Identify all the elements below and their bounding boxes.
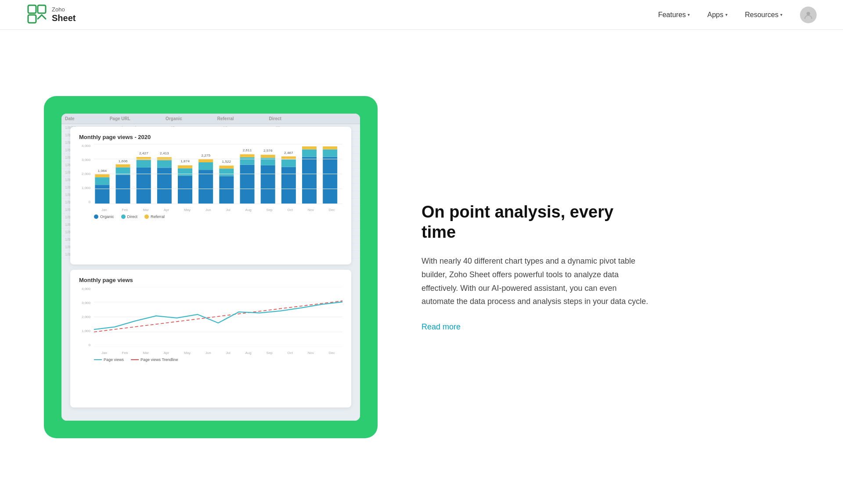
col-direct: Direct bbox=[269, 116, 281, 121]
logo-zoho: Zoho bbox=[52, 7, 76, 13]
svg-rect-14 bbox=[157, 160, 172, 168]
svg-rect-9 bbox=[116, 164, 130, 167]
apps-menu[interactable]: Apps ▾ bbox=[707, 11, 727, 19]
col-page-url: Page URL bbox=[110, 116, 130, 121]
y-label-2000: 2,000 bbox=[82, 172, 90, 176]
svg-text:1,522: 1,522 bbox=[222, 160, 231, 164]
user-avatar[interactable] bbox=[800, 7, 817, 23]
svg-text:2,467: 2,467 bbox=[284, 150, 293, 154]
logo-text: Zoho Sheet bbox=[52, 7, 76, 22]
features-chevron-icon: ▾ bbox=[688, 12, 690, 17]
main-content: Date Page URL Organic Referral Direct 1/… bbox=[0, 30, 843, 504]
read-more-link[interactable]: Read more bbox=[422, 322, 461, 331]
bar-chart-x-labels: Jan Feb Mar Apr May Jun Jul Aug Sep Oct … bbox=[94, 208, 342, 212]
svg-rect-34 bbox=[302, 157, 317, 204]
line-chart-y-labels: 4,000 3,000 2,000 1,000 0 bbox=[79, 287, 92, 347]
svg-rect-30 bbox=[261, 154, 275, 157]
svg-rect-11 bbox=[137, 160, 151, 167]
navbar: Zoho Sheet Features ▾ Apps ▾ Resources ▾ bbox=[0, 0, 843, 30]
line-chart-x-labels: Jan Feb Mar Apr May Jun Jul Aug Sep Oct … bbox=[94, 351, 342, 355]
svg-text:2,427: 2,427 bbox=[139, 151, 148, 155]
line-chart-legend: Page views Page views Trendline bbox=[94, 357, 342, 362]
svg-rect-6 bbox=[95, 174, 109, 177]
svg-rect-39 bbox=[323, 146, 337, 149]
zoho-sheet-logo-icon bbox=[26, 4, 47, 26]
svg-rect-23 bbox=[219, 168, 234, 176]
svg-rect-32 bbox=[281, 159, 296, 167]
right-panel: On point analysis, every time With nearl… bbox=[422, 202, 650, 332]
col-referral: Referral bbox=[217, 116, 234, 121]
svg-rect-1 bbox=[38, 5, 46, 13]
svg-rect-4 bbox=[95, 185, 109, 204]
section-description: With nearly 40 different chart types and… bbox=[422, 254, 650, 308]
features-menu[interactable]: Features ▾ bbox=[658, 11, 690, 19]
svg-rect-24 bbox=[219, 165, 234, 168]
svg-text:2,275: 2,275 bbox=[201, 153, 210, 157]
svg-text:2,611: 2,611 bbox=[243, 148, 252, 152]
legend-organic: Organic bbox=[94, 214, 114, 219]
line-chart-card: Monthly page views 4,000 3,000 2,000 1,0… bbox=[70, 270, 351, 407]
svg-text:1,064: 1,064 bbox=[98, 169, 107, 173]
svg-rect-36 bbox=[302, 146, 317, 149]
svg-rect-2 bbox=[28, 15, 36, 23]
svg-rect-13 bbox=[157, 168, 172, 204]
legend-page-views: Page views bbox=[94, 357, 124, 362]
svg-rect-0 bbox=[28, 5, 36, 13]
nav-links: Features ▾ Apps ▾ Resources ▾ bbox=[658, 7, 817, 23]
svg-rect-10 bbox=[137, 167, 151, 204]
svg-text:2,576: 2,576 bbox=[263, 149, 273, 153]
bar-chart-plot: 1,064 1,606 2,427 2,413 1,874 2,275 1,52… bbox=[94, 144, 342, 204]
svg-rect-5 bbox=[95, 177, 109, 185]
svg-rect-26 bbox=[240, 157, 255, 164]
svg-rect-28 bbox=[261, 165, 275, 204]
legend-trendline: Page views Trendline bbox=[131, 357, 178, 362]
svg-text:1,874: 1,874 bbox=[180, 159, 190, 163]
bar-chart-title: Monthly page views - 2020 bbox=[79, 134, 342, 140]
apps-chevron-icon: ▾ bbox=[725, 12, 728, 17]
left-panel: Date Page URL Organic Referral Direct 1/… bbox=[44, 96, 378, 438]
sheet-header-row: Date Page URL Organic Referral Direct bbox=[61, 114, 360, 124]
bar-chart-legend: Organic Direct Referral bbox=[94, 214, 342, 219]
bar-chart-card: Monthly page views - 2020 4,000 3,000 2,… bbox=[70, 127, 351, 265]
y-label-4000: 4,000 bbox=[82, 144, 90, 148]
resources-menu[interactable]: Resources ▾ bbox=[745, 11, 782, 19]
svg-rect-31 bbox=[281, 167, 296, 204]
svg-rect-21 bbox=[198, 159, 213, 162]
apps-label: Apps bbox=[707, 11, 723, 19]
svg-point-3 bbox=[807, 12, 810, 15]
svg-text:2,413: 2,413 bbox=[160, 151, 169, 155]
svg-rect-35 bbox=[302, 149, 317, 157]
col-organic: Organic bbox=[166, 116, 182, 121]
logo[interactable]: Zoho Sheet bbox=[26, 4, 76, 26]
y-label-3000: 3,000 bbox=[82, 158, 90, 162]
svg-rect-20 bbox=[198, 162, 213, 170]
svg-rect-19 bbox=[198, 170, 213, 204]
y-label-0: 0 bbox=[89, 200, 90, 204]
svg-rect-38 bbox=[323, 149, 337, 157]
svg-rect-16 bbox=[178, 175, 192, 204]
spreadsheet-container: Date Page URL Organic Referral Direct 1/… bbox=[61, 114, 360, 421]
line-chart-title: Monthly page views bbox=[79, 277, 342, 283]
col-date: Date bbox=[65, 116, 75, 121]
svg-rect-17 bbox=[178, 168, 192, 175]
svg-rect-22 bbox=[219, 176, 234, 204]
resources-chevron-icon: ▾ bbox=[780, 12, 782, 17]
logo-sheet: Sheet bbox=[52, 13, 76, 23]
y-label-1000: 1,000 bbox=[82, 186, 90, 190]
line-chart-plot bbox=[94, 287, 342, 347]
svg-rect-27 bbox=[240, 154, 255, 157]
svg-rect-7 bbox=[116, 175, 130, 204]
charts-overlay: Monthly page views - 2020 4,000 3,000 2,… bbox=[70, 127, 351, 407]
section-title: On point analysis, every time bbox=[422, 202, 650, 242]
svg-rect-18 bbox=[178, 165, 192, 168]
svg-rect-37 bbox=[323, 157, 337, 204]
svg-text:1,606: 1,606 bbox=[119, 159, 128, 163]
features-label: Features bbox=[658, 11, 686, 19]
line-chart-svg bbox=[94, 287, 342, 347]
legend-direct: Direct bbox=[121, 214, 138, 219]
svg-line-56 bbox=[94, 300, 342, 332]
legend-referral: Referral bbox=[144, 214, 165, 219]
resources-label: Resources bbox=[745, 11, 778, 19]
svg-rect-25 bbox=[240, 164, 255, 204]
